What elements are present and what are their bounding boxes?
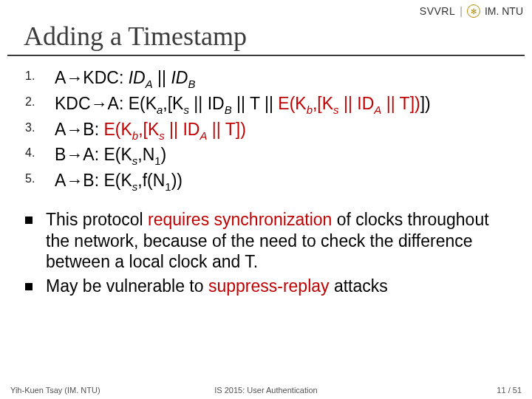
step-2: KDC→A: E(Ka,[Ks || IDB || T || E(Kb,[Ks … [21,92,510,117]
affiliation: IM. NTU [485,5,523,17]
footer-page: 11 / 51 [497,386,522,395]
footer-author: Yih-Kuen Tsay (IM. NTU) [10,386,100,395]
remark-list: This protocol requires synchronization o… [21,209,510,297]
step-5: A→B: E(Ks,f(N1)) [21,169,510,194]
divider: | [460,5,463,17]
slide-footer: Yih-Kuen Tsay (IM. NTU) IS 2015: User Au… [0,386,532,395]
step-1: A→KDC: IDA || IDB [21,66,510,92]
ntu-logo-icon: ✻ [467,4,480,18]
remark-1: This protocol requires synchronization o… [21,209,510,273]
org-name: SVVRL [420,5,455,17]
slide-title: Adding a Timestamp [7,19,525,56]
slide-content: A→KDC: IDA || IDB KDC→A: E(Ka,[Ks || IDB… [0,66,532,297]
footer-course: IS 2015: User Authentication [214,386,317,395]
step-3: A→B: E(Kb,[Ks || IDA || T]) [21,118,510,143]
step-4: B→A: E(Ks,N1) [21,143,510,168]
remark-2: May be vulnerable to suppress-replay att… [21,276,510,297]
protocol-steps: A→KDC: IDA || IDB KDC→A: E(Ka,[Ks || IDB… [21,66,510,194]
slide-header: SVVRL | ✻ IM. NTU [0,0,532,19]
